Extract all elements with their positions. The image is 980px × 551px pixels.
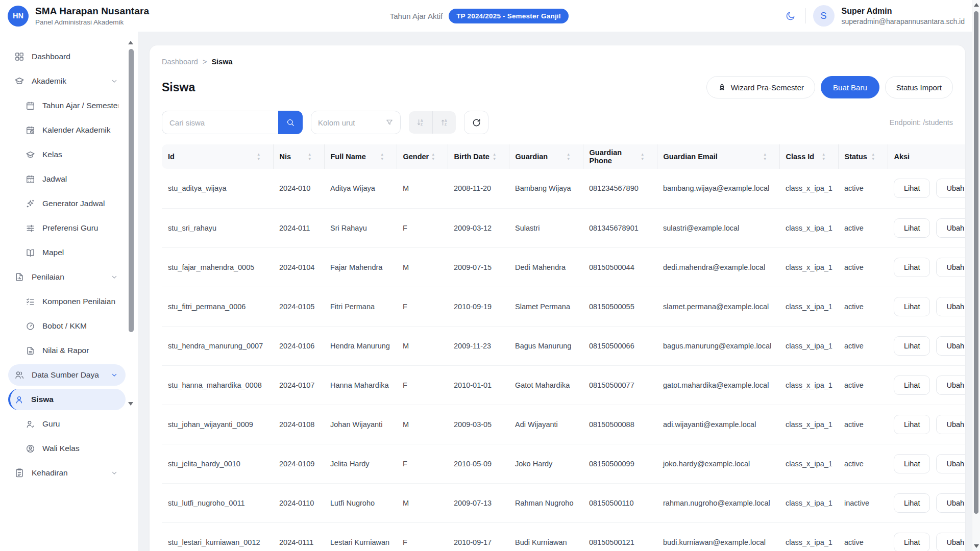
cell-birth-date: 2009-07-13	[448, 483, 509, 522]
column-header-status[interactable]: Status▲▼	[838, 144, 888, 169]
sidebar-item-penilaian[interactable]: Penilaian	[8, 266, 126, 288]
lihat-button[interactable]: Lihat	[894, 415, 930, 434]
cell-id: stu_fitri_permana_0006	[162, 287, 273, 326]
sidebar-item-komponen-penilaian[interactable]: Komponen Penilaian	[8, 291, 126, 312]
column-header-birth-date[interactable]: Birth Date▲▼	[448, 144, 509, 169]
column-header-gender[interactable]: Gender▲▼	[397, 144, 448, 169]
chevron-down-icon	[110, 371, 118, 379]
sidebar-item-generator-jadwal[interactable]: Generator Jadwal	[8, 193, 126, 214]
column-header-nis[interactable]: Nis▲▼	[273, 144, 324, 169]
page-scrollbar-thumb[interactable]	[974, 11, 978, 514]
buat-baru-button[interactable]: Buat Baru	[821, 76, 879, 98]
sidebar-item-akademik[interactable]: Akademik	[8, 70, 126, 92]
ubah-button[interactable]: Ubah	[936, 454, 965, 473]
ubah-button[interactable]: Ubah	[936, 258, 965, 277]
cell-full-name: Jelita Hardy	[324, 444, 397, 483]
refresh-icon	[472, 118, 481, 128]
lihat-button[interactable]: Lihat	[894, 533, 930, 551]
lihat-button[interactable]: Lihat	[894, 258, 930, 277]
lihat-button[interactable]: Lihat	[894, 297, 930, 316]
search-input[interactable]	[162, 111, 278, 134]
cell-nis: 2024-011	[273, 208, 324, 247]
cell-guardian: Rahman Nugroho	[509, 483, 583, 522]
sidebar-item-jadwal[interactable]: Jadwal	[8, 168, 126, 190]
sidebar-item-kelas[interactable]: Kelas	[8, 144, 126, 165]
cell-guardian-phone: 08150500066	[583, 326, 657, 365]
column-header-guardian-email[interactable]: Guardian Email▲▼	[657, 144, 779, 169]
cell-gender: F	[397, 365, 448, 405]
sidebar-item-mapel[interactable]: Mapel	[8, 242, 126, 263]
sort-icon: ▲▼	[763, 153, 767, 161]
sidebar-item-kalender-akademik[interactable]: Kalender Akademik	[8, 119, 126, 141]
sidebar-scroll-up-arrow[interactable]	[128, 41, 133, 44]
cell-guardian-phone: 08150500088	[583, 405, 657, 444]
theme-toggle-button[interactable]	[783, 8, 798, 23]
lihat-button[interactable]: Lihat	[894, 375, 930, 395]
sidebar-item-kehadiran[interactable]: Kehadiran	[8, 462, 126, 484]
column-header-class-id[interactable]: Class Id▲▼	[779, 144, 838, 169]
column-header-guardian-phone[interactable]: Guardian Phone▲▼	[583, 144, 657, 169]
cell-guardian-email: adi.wijayanti@example.local	[657, 405, 779, 444]
ubah-button[interactable]: Ubah	[936, 533, 965, 551]
sidebar-item-label: Preferensi Guru	[42, 223, 118, 233]
cell-status: active	[838, 522, 888, 551]
search-group	[162, 111, 303, 134]
ubah-button[interactable]: Ubah	[936, 336, 965, 356]
lihat-button[interactable]: Lihat	[894, 179, 930, 198]
cell-nis: 2024-0110	[273, 483, 324, 522]
school-subtitle: Panel Administrasi Akademik	[35, 18, 149, 26]
sort-ascending-button[interactable]: AZ	[409, 111, 432, 134]
sidebar-item-wali-kelas[interactable]: Wali Kelas	[8, 438, 126, 459]
wizard-pra-semester-button[interactable]: Wizard Pra-Semester	[706, 76, 815, 98]
sort-az-down-icon: AZ	[416, 118, 425, 127]
ubah-button[interactable]: Ubah	[936, 179, 965, 198]
sidebar-item-siswa[interactable]: Siswa	[8, 389, 126, 410]
cell-id: stu_jelita_hardy_0010	[162, 444, 273, 483]
cell-status: active	[838, 405, 888, 444]
chevron-down-icon	[110, 77, 118, 85]
lihat-button[interactable]: Lihat	[894, 493, 930, 513]
column-header-guardian[interactable]: Guardian▲▼	[509, 144, 583, 169]
lihat-button[interactable]: Lihat	[894, 218, 930, 238]
sidebar-item-tahun-ajar-semester[interactable]: Tahun Ajar / Semester	[8, 95, 126, 116]
ubah-button[interactable]: Ubah	[936, 415, 965, 434]
sidebar-item-dashboard[interactable]: Dashboard	[8, 46, 126, 67]
column-header-full-name[interactable]: Full Name▲▼	[324, 144, 397, 169]
sort-descending-button[interactable]: AZ	[432, 111, 456, 134]
sidebar-item-data-sumber-daya[interactable]: Data Sumber Daya	[8, 364, 126, 386]
cell-guardian-phone: 08150500077	[583, 365, 657, 405]
chevron-down-icon	[110, 273, 118, 281]
refresh-button[interactable]	[464, 111, 488, 134]
breadcrumb-dashboard[interactable]: Dashboard	[162, 58, 198, 66]
page-scroll-down-arrow[interactable]	[974, 544, 979, 548]
column-header-id[interactable]: Id▲▼	[162, 144, 273, 169]
breadcrumb: Dashboard > Siswa	[162, 58, 953, 66]
page-scrollbar[interactable]	[972, 0, 980, 551]
sort-column-select[interactable]: Kolom urut	[311, 111, 401, 134]
status-import-button[interactable]: Status Import	[885, 76, 953, 98]
cell-guardian-email: bagus.manurung@example.local	[657, 326, 779, 365]
page-title: Siswa	[162, 81, 195, 94]
cell-gender: M	[397, 326, 448, 365]
sidebar-scrollbar[interactable]	[129, 49, 134, 332]
cell-class-id: class_x_ipa_1	[779, 208, 838, 247]
cell-status: active	[838, 208, 888, 247]
lihat-button[interactable]: Lihat	[894, 336, 930, 356]
page-scroll-up-arrow[interactable]	[974, 3, 979, 7]
students-table-wrap: Id▲▼Nis▲▼Full Name▲▼Gender▲▼Birth Date▲▼…	[162, 144, 965, 551]
ubah-button[interactable]: Ubah	[936, 375, 965, 395]
lihat-button[interactable]: Lihat	[894, 454, 930, 473]
sidebar-item-nilai-rapor[interactable]: Nilai & Rapor	[8, 340, 126, 361]
avatar[interactable]: S	[813, 5, 835, 27]
cell-aksi: LihatUbah	[888, 247, 965, 287]
ubah-button[interactable]: Ubah	[936, 218, 965, 238]
ubah-button[interactable]: Ubah	[936, 297, 965, 316]
sidebar-scroll-down-arrow[interactable]	[128, 402, 133, 406]
sidebar-item-preferensi-guru[interactable]: Preferensi Guru	[8, 217, 126, 239]
ubah-button[interactable]: Ubah	[936, 493, 965, 513]
cell-nis: 2024-0111	[273, 522, 324, 551]
sidebar-item-guru[interactable]: Guru	[8, 413, 126, 435]
search-button[interactable]	[278, 111, 303, 134]
sidebar-item-bobot-kkm[interactable]: Bobot / KKM	[8, 315, 126, 337]
endpoint-note: Endpoint: /students	[890, 118, 953, 127]
